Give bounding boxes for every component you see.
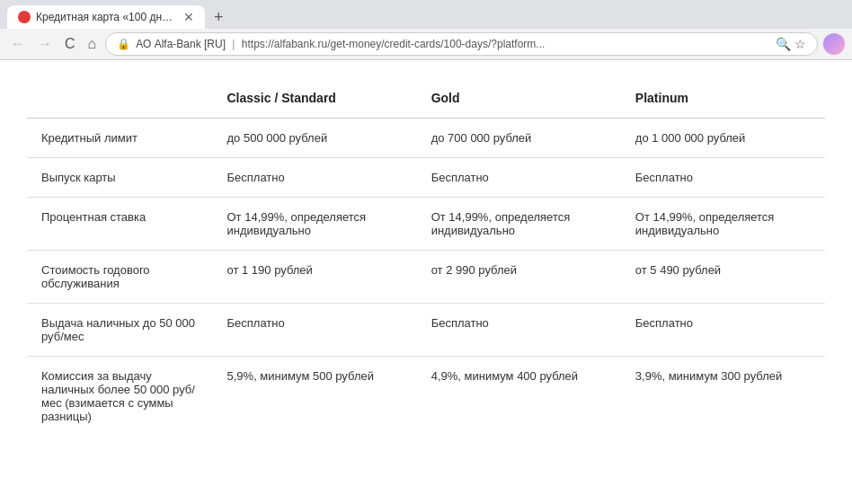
cell-platinum-5: 3,9%, минимум 300 рублей (621, 357, 825, 437)
table-row: Комиссия за выдачу наличных более 50 000… (27, 357, 825, 437)
cell-classic-3: от 1 190 рублей (213, 251, 417, 304)
cell-feature-0: Кредитный лимит (27, 119, 213, 158)
site-label: АО Alfa-Bank [RU] | https://alfabank.ru/… (136, 38, 770, 50)
cell-feature-5: Комиссия за выдачу наличных более 50 000… (27, 357, 213, 437)
cell-gold-5: 4,9%, минимум 400 рублей (417, 357, 621, 437)
table-row: Выпуск картыБесплатноБесплатноБесплатно (27, 158, 825, 198)
bookmark-icon[interactable]: ☆ (794, 37, 806, 51)
cell-classic-2: От 14,99%, определяется индивидуально (213, 198, 417, 251)
cell-platinum-0: до 1 000 000 рублей (621, 119, 825, 158)
cell-classic-0: до 500 000 рублей (213, 119, 417, 158)
tab-favicon (18, 11, 31, 23)
cell-feature-2: Процентная ставка (27, 198, 213, 251)
cell-gold-2: От 14,99%, определяется индивидуально (417, 198, 621, 251)
url-bar[interactable]: 🔒 АО Alfa-Bank [RU] | https://alfabank.r… (105, 32, 818, 56)
cell-platinum-1: Бесплатно (621, 158, 825, 198)
table-row: Стоимость годового обслуживанияот 1 190 … (27, 251, 825, 304)
address-bar: ← → C ⌂ 🔒 АО Alfa-Bank [RU] | https://al… (0, 29, 852, 59)
browser-chrome: Кредитная карта «100 дней бе... ✕ + ← → … (0, 0, 852, 60)
page-content: Classic / Standard Gold Platinum Кредитн… (0, 60, 852, 454)
header-classic: Classic / Standard (213, 78, 417, 119)
tab-close-button[interactable]: ✕ (183, 11, 194, 23)
cell-platinum-4: Бесплатно (621, 304, 825, 357)
cell-platinum-3: от 5 490 рублей (621, 251, 825, 304)
cell-classic-5: 5,9%, минимум 500 рублей (213, 357, 417, 437)
table-row: Кредитный лимитдо 500 000 рублейдо 700 0… (27, 119, 825, 158)
cell-feature-1: Выпуск карты (27, 158, 213, 198)
lock-icon: 🔒 (117, 38, 130, 50)
table-row: Процентная ставкаОт 14,99%, определяется… (27, 198, 825, 251)
tab-bar: Кредитная карта «100 дней бе... ✕ + (0, 0, 852, 29)
table-row: Выдача наличных до 50 000 руб/месБесплат… (27, 304, 825, 357)
header-platinum: Platinum (621, 78, 825, 119)
cell-classic-4: Бесплатно (213, 304, 417, 357)
cell-gold-0: до 700 000 рублей (417, 119, 621, 158)
browser-tab[interactable]: Кредитная карта «100 дней бе... ✕ (7, 5, 205, 29)
table-header-row: Classic / Standard Gold Platinum (27, 78, 825, 119)
url-actions: 🔍 ☆ (776, 37, 806, 51)
cell-platinum-2: От 14,99%, определяется индивидуально (621, 198, 825, 251)
header-gold: Gold (417, 78, 621, 119)
cell-gold-1: Бесплатно (417, 158, 621, 198)
cell-classic-1: Бесплатно (213, 158, 417, 198)
tab-title: Кредитная карта «100 дней бе... (36, 11, 178, 23)
header-feature (27, 78, 213, 119)
cell-gold-4: Бесплатно (417, 304, 621, 357)
back-button[interactable]: ← (7, 35, 29, 53)
forward-button[interactable]: → (34, 35, 56, 53)
new-tab-button[interactable]: + (209, 6, 229, 29)
cell-gold-3: от 2 990 рублей (417, 251, 621, 304)
refresh-button[interactable]: C (61, 35, 79, 53)
home-button[interactable]: ⌂ (84, 35, 101, 53)
profile-avatar[interactable] (823, 33, 845, 55)
cell-feature-4: Выдача наличных до 50 000 руб/мес (27, 304, 213, 357)
search-icon[interactable]: 🔍 (776, 37, 791, 51)
cell-feature-3: Стоимость годового обслуживания (27, 251, 213, 304)
comparison-table: Classic / Standard Gold Platinum Кредитн… (27, 78, 825, 436)
